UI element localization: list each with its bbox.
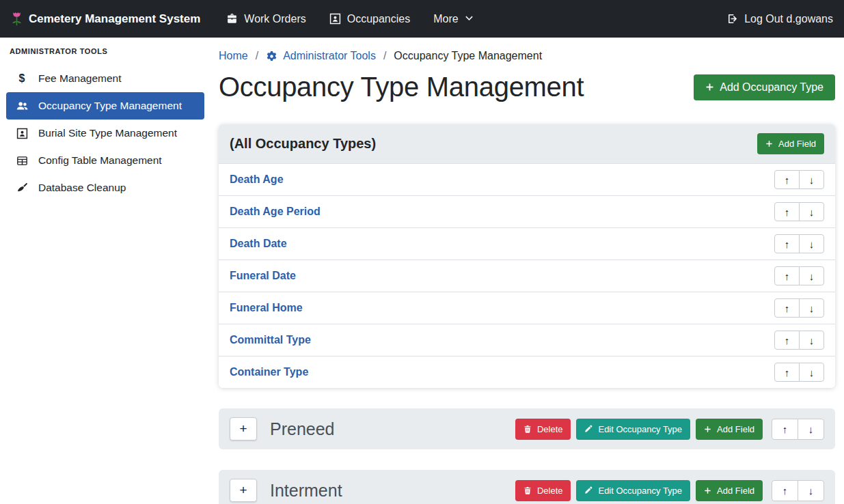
headstone-icon bbox=[14, 128, 29, 139]
chevron-down-icon bbox=[465, 14, 474, 23]
reorder-buttons: ↑ ↓ bbox=[774, 202, 824, 221]
move-down-button[interactable]: ↓ bbox=[799, 298, 824, 318]
field-link[interactable]: Committal Type bbox=[230, 334, 311, 346]
delete-button[interactable]: Delete bbox=[515, 480, 571, 501]
field-row: Funeral Date ↑ ↓ bbox=[219, 260, 835, 292]
delete-button[interactable]: Delete bbox=[515, 419, 571, 440]
arrow-down-icon: ↓ bbox=[809, 270, 815, 282]
nav-work-orders[interactable]: Work Orders bbox=[226, 13, 305, 25]
field-link[interactable]: Container Type bbox=[230, 366, 308, 378]
arrow-up-icon: ↑ bbox=[782, 423, 788, 435]
reorder-buttons: ↑ ↓ bbox=[774, 266, 824, 285]
table-icon bbox=[14, 155, 29, 167]
arrow-down-icon: ↓ bbox=[809, 174, 815, 186]
move-up-button[interactable]: ↑ bbox=[772, 419, 798, 440]
breadcrumb-home[interactable]: Home bbox=[219, 50, 248, 62]
field-link[interactable]: Death Age bbox=[230, 173, 284, 186]
move-down-button[interactable]: ↓ bbox=[799, 331, 824, 350]
expand-section-button[interactable]: + bbox=[230, 479, 257, 502]
reorder-buttons: ↑ ↓ bbox=[774, 331, 824, 350]
move-down-button[interactable]: ↓ bbox=[799, 202, 824, 221]
sidebar-item-burial-site-type-management[interactable]: Burial Site Type Management bbox=[0, 120, 210, 147]
arrow-up-icon: ↑ bbox=[785, 367, 790, 378]
add-occupancy-type-button[interactable]: Add Occupancy Type bbox=[694, 74, 835, 100]
sidebar-item-database-cleanup[interactable]: Database Cleanup bbox=[0, 174, 210, 201]
move-up-button[interactable]: ↑ bbox=[774, 170, 800, 189]
trash-icon bbox=[523, 425, 532, 434]
arrow-down-icon: ↓ bbox=[809, 367, 815, 378]
occupancy-type-section-preneed: + Preneed Delete Edit Occupancy Type Add bbox=[219, 408, 835, 449]
move-up-button[interactable]: ↑ bbox=[774, 266, 800, 285]
tulip-logo-icon bbox=[11, 11, 23, 27]
arrow-down-icon: ↓ bbox=[809, 335, 815, 346]
move-up-button[interactable]: ↑ bbox=[774, 234, 800, 253]
add-field-button[interactable]: Add Field bbox=[696, 419, 763, 440]
plus-icon: + bbox=[239, 421, 247, 436]
add-field-button[interactable]: Add Field bbox=[696, 480, 763, 501]
sidebar-nav: $ Fee Management Occupancy Type Manageme… bbox=[0, 65, 210, 201]
move-up-button[interactable]: ↑ bbox=[774, 363, 800, 382]
move-up-button[interactable]: ↑ bbox=[774, 298, 800, 318]
move-down-button[interactable]: ↓ bbox=[798, 419, 824, 440]
arrow-up-icon: ↑ bbox=[785, 335, 790, 346]
expand-section-button[interactable]: + bbox=[230, 417, 257, 440]
edit-occupancy-type-label: Edit Occupancy Type bbox=[598, 424, 682, 434]
move-down-button[interactable]: ↓ bbox=[799, 170, 824, 189]
plus-icon bbox=[765, 140, 773, 148]
field-link[interactable]: Funeral Home bbox=[230, 302, 303, 314]
sidebar-heading: Administrator Tools bbox=[0, 47, 210, 55]
sidebar-item-config-table-management[interactable]: Config Table Management bbox=[0, 147, 210, 174]
occupancy-type-section-interment: + Interment Delete Edit Occupancy Type A bbox=[219, 470, 835, 504]
delete-label: Delete bbox=[537, 424, 563, 434]
move-up-button[interactable]: ↑ bbox=[772, 480, 798, 501]
sidebar-item-label: Occupancy Type Management bbox=[38, 100, 182, 112]
breadcrumb-admin-tools[interactable]: Administrator Tools bbox=[266, 50, 376, 62]
broom-icon bbox=[14, 182, 29, 194]
nav-work-orders-label: Work Orders bbox=[244, 13, 305, 25]
field-row: Death Date ↑ ↓ bbox=[219, 227, 835, 260]
plus-icon bbox=[704, 425, 711, 433]
move-down-button[interactable]: ↓ bbox=[798, 480, 824, 501]
field-row: Committal Type ↑ ↓ bbox=[219, 324, 835, 356]
field-link[interactable]: Death Date bbox=[230, 238, 287, 250]
edit-occupancy-type-button[interactable]: Edit Occupancy Type bbox=[576, 480, 690, 501]
edit-occupancy-type-button[interactable]: Edit Occupancy Type bbox=[576, 419, 690, 440]
sidebar-item-fee-management[interactable]: $ Fee Management bbox=[0, 65, 210, 92]
main-content: Home / Administrator Tools / Occupancy T… bbox=[210, 38, 844, 504]
plus-icon bbox=[704, 487, 711, 494]
move-up-button[interactable]: ↑ bbox=[774, 202, 800, 221]
plus-icon: + bbox=[239, 483, 247, 498]
users-icon bbox=[14, 100, 29, 112]
nav-occupancies[interactable]: Occupancies bbox=[329, 13, 411, 25]
move-up-button[interactable]: ↑ bbox=[774, 331, 800, 350]
arrow-down-icon: ↓ bbox=[808, 423, 814, 435]
edit-occupancy-type-label: Edit Occupancy Type bbox=[598, 486, 682, 496]
arrow-down-icon: ↓ bbox=[809, 303, 815, 314]
move-down-button[interactable]: ↓ bbox=[799, 266, 824, 285]
reorder-buttons: ↑ ↓ bbox=[774, 234, 824, 253]
field-link[interactable]: Death Age Period bbox=[230, 206, 321, 218]
logout-link[interactable]: Log Out d.gowans bbox=[726, 13, 833, 25]
reorder-buttons: ↑ ↓ bbox=[774, 298, 824, 318]
app-brand[interactable]: Cemetery Management System bbox=[11, 11, 200, 27]
nav-more-label: More bbox=[433, 13, 458, 25]
nav-more[interactable]: More bbox=[433, 13, 473, 25]
reorder-buttons: ↑ ↓ bbox=[772, 419, 824, 440]
move-down-button[interactable]: ↓ bbox=[799, 363, 824, 382]
nav-occupancies-label: Occupancies bbox=[347, 13, 411, 25]
gear-icon bbox=[266, 51, 277, 62]
field-link[interactable]: Funeral Date bbox=[230, 270, 296, 282]
reorder-buttons: ↑ ↓ bbox=[774, 363, 824, 382]
add-occupancy-type-label: Add Occupancy Type bbox=[720, 81, 823, 94]
arrow-up-icon: ↑ bbox=[785, 270, 790, 282]
logout-label: Log Out d.gowans bbox=[744, 13, 833, 25]
top-navbar: Cemetery Management System Work Orders O… bbox=[0, 0, 844, 38]
navbar-links: Work Orders Occupancies More bbox=[226, 13, 473, 25]
dollar-icon: $ bbox=[14, 72, 29, 85]
pencil-icon bbox=[584, 425, 593, 433]
trash-icon bbox=[523, 486, 532, 495]
move-down-button[interactable]: ↓ bbox=[799, 234, 824, 253]
sidebar-item-occupancy-type-management[interactable]: Occupancy Type Management bbox=[6, 92, 204, 120]
add-field-button[interactable]: Add Field bbox=[757, 133, 824, 154]
all-types-card-header: (All Occupancy Types) Add Field bbox=[219, 124, 835, 163]
